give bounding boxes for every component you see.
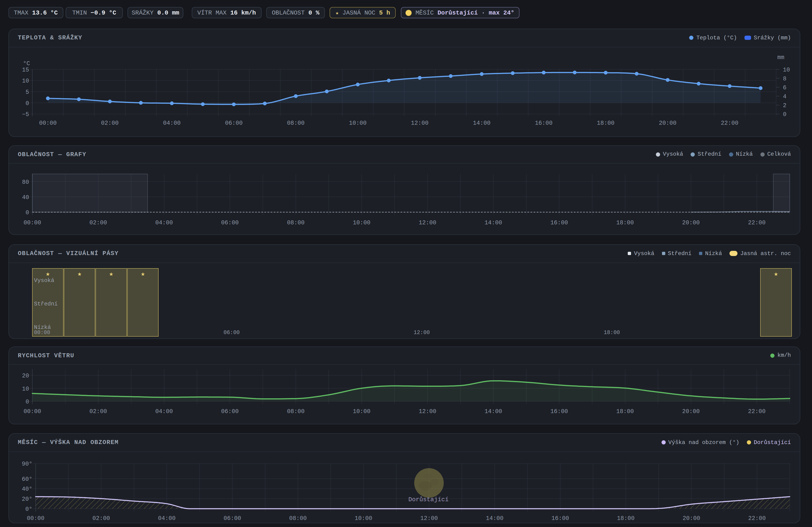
svg-text:★: ★: [46, 270, 50, 278]
svg-text:10:00: 10:00: [353, 408, 371, 415]
svg-text:0°: 0°: [25, 506, 32, 513]
svg-text:★: ★: [774, 270, 778, 278]
svg-text:02:00: 02:00: [89, 219, 107, 226]
svg-text:22:00: 22:00: [721, 120, 738, 127]
svg-text:80: 80: [22, 179, 29, 186]
svg-text:20:00: 20:00: [659, 120, 677, 127]
svg-text:0: 0: [26, 100, 29, 107]
svg-text:16:00: 16:00: [550, 219, 568, 226]
svg-text:22:00: 22:00: [748, 219, 766, 226]
svg-text:04:00: 04:00: [158, 515, 176, 522]
svg-text:06:00: 06:00: [221, 219, 238, 226]
svg-text:10: 10: [783, 67, 790, 73]
svg-text:14:00: 14:00: [473, 120, 490, 127]
svg-text:mm: mm: [777, 54, 784, 61]
svg-text:02:00: 02:00: [92, 515, 110, 522]
svg-text:04:00: 04:00: [155, 408, 173, 415]
svg-text:16:00: 16:00: [535, 120, 552, 127]
svg-text:00:00: 00:00: [27, 515, 44, 522]
svg-text:Střední: Střední: [34, 301, 58, 307]
svg-text:18:00: 18:00: [604, 330, 620, 336]
svg-text:12:00: 12:00: [411, 120, 429, 127]
svg-text:2: 2: [783, 102, 786, 109]
svg-text:06:00: 06:00: [223, 515, 241, 522]
svg-text:0: 0: [26, 398, 29, 405]
svg-text:14:00: 14:00: [486, 515, 504, 522]
svg-text:20:00: 20:00: [682, 219, 700, 226]
svg-text:40°: 40°: [22, 486, 32, 493]
svg-text:20:00: 20:00: [682, 408, 700, 415]
svg-text:00:00: 00:00: [24, 408, 41, 415]
svg-text:★: ★: [109, 270, 113, 278]
svg-text:0: 0: [26, 209, 29, 216]
svg-text:16:00: 16:00: [550, 408, 568, 415]
svg-text:6: 6: [783, 84, 786, 91]
svg-text:60°: 60°: [22, 476, 32, 483]
svg-text:8: 8: [783, 75, 786, 82]
svg-text:0: 0: [783, 111, 786, 118]
svg-text:Dorůstající: Dorůstající: [408, 496, 449, 503]
svg-text:08:00: 08:00: [287, 219, 304, 226]
svg-text:10: 10: [22, 77, 29, 84]
svg-text:15: 15: [22, 67, 29, 73]
svg-text:°C: °C: [23, 60, 30, 67]
svg-text:06:00: 06:00: [221, 408, 238, 415]
svg-text:16:00: 16:00: [551, 515, 569, 522]
svg-text:02:00: 02:00: [101, 120, 119, 127]
svg-text:02:00: 02:00: [89, 408, 107, 415]
svg-text:12:00: 12:00: [420, 515, 438, 522]
svg-text:04:00: 04:00: [155, 219, 173, 226]
svg-text:★: ★: [141, 270, 145, 278]
svg-text:06:00: 06:00: [223, 330, 240, 336]
svg-text:00:00: 00:00: [24, 219, 41, 226]
svg-text:5: 5: [26, 89, 29, 96]
svg-text:14:00: 14:00: [484, 408, 502, 415]
svg-text:10:00: 10:00: [355, 515, 372, 522]
svg-text:12:00: 12:00: [414, 330, 430, 336]
svg-text:08:00: 08:00: [289, 515, 307, 522]
svg-text:Vysoká: Vysoká: [34, 277, 54, 284]
svg-text:18:00: 18:00: [616, 408, 634, 415]
svg-text:08:00: 08:00: [287, 408, 304, 415]
svg-text:−5: −5: [22, 111, 29, 118]
svg-text:14:00: 14:00: [484, 219, 502, 226]
svg-text:90°: 90°: [22, 461, 32, 467]
svg-text:★: ★: [77, 270, 82, 278]
svg-text:20:00: 20:00: [683, 515, 700, 522]
svg-text:18:00: 18:00: [616, 219, 634, 226]
svg-text:22:00: 22:00: [748, 408, 766, 415]
svg-text:00:00: 00:00: [39, 120, 57, 127]
svg-text:08:00: 08:00: [287, 120, 304, 127]
svg-text:40: 40: [22, 194, 29, 201]
svg-text:10:00: 10:00: [353, 219, 371, 226]
svg-text:20: 20: [22, 372, 29, 379]
svg-text:12:00: 12:00: [419, 219, 436, 226]
svg-text:04:00: 04:00: [163, 120, 180, 127]
svg-text:18:00: 18:00: [597, 120, 614, 127]
svg-text:18:00: 18:00: [617, 515, 635, 522]
svg-text:4: 4: [783, 93, 786, 100]
svg-text:10:00: 10:00: [349, 120, 367, 127]
svg-text:20°: 20°: [22, 496, 32, 503]
svg-text:06:00: 06:00: [225, 120, 243, 127]
svg-text:12:00: 12:00: [419, 408, 436, 415]
svg-text:22:00: 22:00: [748, 515, 766, 522]
svg-text:00:00: 00:00: [34, 330, 50, 336]
svg-text:10: 10: [22, 386, 29, 393]
